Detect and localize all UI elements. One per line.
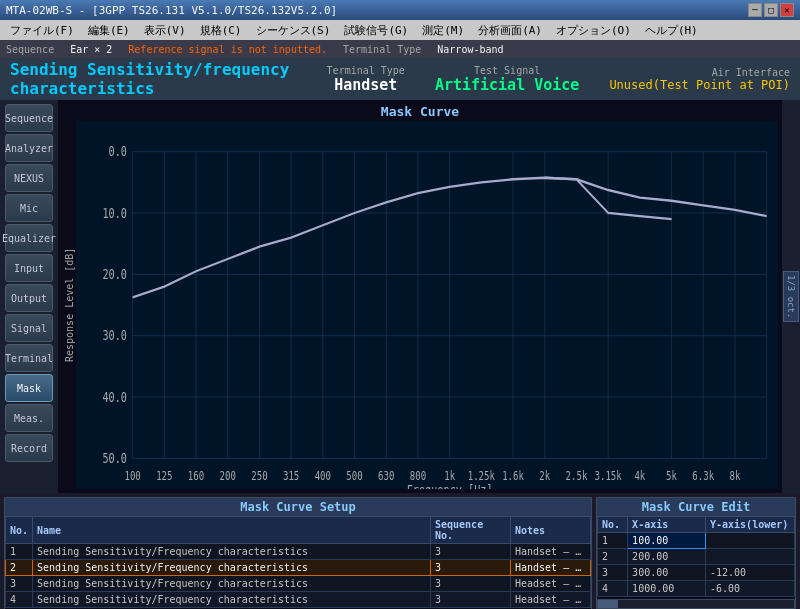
mask-edit-row-4[interactable]: 4 1000.00 -6.00 (598, 581, 795, 597)
svg-text:160: 160 (188, 468, 204, 483)
cell-seq: 3 (431, 576, 511, 592)
svg-text:3.15k: 3.15k (595, 468, 623, 483)
sidebar-item-output[interactable]: Output (5, 284, 53, 312)
svg-text:800: 800 (410, 468, 426, 483)
col-no: No. (6, 517, 33, 544)
mask-edit-scrollbar[interactable] (597, 599, 795, 609)
menu-item-編集E[interactable]: 編集(E) (82, 22, 136, 39)
edit-cell-no: 4 (598, 581, 628, 597)
mask-setup-row-3[interactable]: 3 Sending Sensitivity/Frequency characte… (6, 576, 591, 592)
mask-curve-setup: Mask Curve Setup No. Name Sequence No. N… (4, 497, 592, 609)
page-title: Sending Sensitivity/frequency characteri… (10, 60, 297, 98)
col-seq: Sequence No. (431, 517, 511, 544)
edit-cell-no: 3 (598, 565, 628, 581)
mask-setup-table: No. Name Sequence No. Notes 1 Sending Se… (5, 516, 591, 608)
sidebar: SequenceAnalyzerNEXUSMicEqualizerInputOu… (0, 100, 58, 493)
sidebar-item-record[interactable]: Record (5, 434, 53, 462)
svg-text:100: 100 (124, 468, 140, 483)
edit-cell-x: 300.00 (628, 565, 706, 581)
svg-text:630: 630 (378, 468, 394, 483)
mask-edit-row-2[interactable]: 2 200.00 (598, 549, 795, 565)
cell-name: Sending Sensitivity/Frequency characteri… (33, 592, 431, 608)
chart-container: Response Level [dB] (62, 121, 778, 489)
sidebar-item-nexus[interactable]: NEXUS (5, 164, 53, 192)
sidebar-item-mic[interactable]: Mic (5, 194, 53, 222)
menu-item-シーケンスS[interactable]: シーケンス(S) (250, 22, 337, 39)
svg-text:4k: 4k (634, 468, 645, 483)
test-signal-section: Test Signal Artificial Voice (435, 65, 580, 94)
sidebar-item-sequence[interactable]: Sequence (5, 104, 53, 132)
menubar: ファイル(F)編集(E)表示(V)規格(C)シーケンス(S)試験信号(G)測定(… (0, 20, 800, 40)
mask-edit-table: No. X-axis Y-axis(lower) 1 100.00 2 200.… (597, 516, 795, 597)
mask-setup-title: Mask Curve Setup (5, 498, 591, 516)
edit-cell-y (705, 533, 794, 549)
sidebar-item-equalizer[interactable]: Equalizer (5, 224, 53, 252)
edit-cell-x: 1000.00 (628, 581, 706, 597)
svg-text:250: 250 (251, 468, 267, 483)
edit-cell-no: 2 (598, 549, 628, 565)
mask-setup-row-4[interactable]: 4 Sending Sensitivity/Frequency characte… (6, 592, 591, 608)
edit-cell-y (705, 549, 794, 565)
svg-text:5k: 5k (666, 468, 677, 483)
edit-col-no: No. (598, 517, 628, 533)
sequence-value: Ear × 2 (70, 44, 112, 55)
cell-no: 2 (6, 560, 33, 576)
sidebar-item-signal[interactable]: Signal (5, 314, 53, 342)
cell-no: 1 (6, 544, 33, 560)
svg-text:0.0: 0.0 (109, 144, 127, 160)
maximize-button[interactable]: □ (764, 3, 778, 17)
col-name: Name (33, 517, 431, 544)
test-signal-value: Artificial Voice (435, 76, 580, 94)
edit-cell-x: 200.00 (628, 549, 706, 565)
bottom-data-area: Mask Curve Setup No. Name Sequence No. N… (0, 493, 800, 609)
menu-item-試験信号G[interactable]: 試験信号(G) (338, 22, 414, 39)
minimize-button[interactable]: ─ (748, 3, 762, 17)
sidebar-item-mask[interactable]: Mask (5, 374, 53, 402)
menu-item-オプションO[interactable]: オプション(O) (550, 22, 637, 39)
menu-item-表示V[interactable]: 表示(V) (138, 22, 192, 39)
svg-rect-0 (76, 121, 778, 489)
mask-setup-row-1[interactable]: 1 Sending Sensitivity/Frequency characte… (6, 544, 591, 560)
cell-notes: Handset – Narr (511, 560, 591, 576)
menu-item-測定M[interactable]: 測定(M) (416, 22, 470, 39)
svg-text:500: 500 (346, 468, 362, 483)
svg-text:30.0: 30.0 (102, 328, 127, 344)
cell-no: 3 (6, 576, 33, 592)
titlebar: MTA-02WB-S - [3GPP TS26.131 V5.1.0/TS26.… (0, 0, 800, 20)
infobar: Sequence Ear × 2 Reference signal is not… (0, 40, 800, 58)
close-button[interactable]: ✕ (780, 3, 794, 17)
mask-curve-edit: Mask Curve Edit No. X-axis Y-axis(lower)… (596, 497, 796, 609)
sidebar-item-terminal[interactable]: Terminal (5, 344, 53, 372)
svg-text:50.0: 50.0 (102, 450, 127, 466)
svg-text:40.0: 40.0 (102, 389, 127, 405)
svg-text:10.0: 10.0 (102, 205, 127, 221)
sidebar-item-analyzer[interactable]: Analyzer (5, 134, 53, 162)
svg-text:1.6k: 1.6k (502, 468, 524, 483)
menu-item-規格C[interactable]: 規格(C) (194, 22, 248, 39)
chart-svg: 0.0 10.0 20.0 30.0 40.0 50.0 100 125 160… (76, 121, 778, 489)
mask-edit-row-3[interactable]: 3 300.00 -12.00 (598, 565, 795, 581)
sidebar-item-meas[interactable]: Meas. (5, 404, 53, 432)
cell-notes: Headset – Narr (511, 592, 591, 608)
edit-cell-x: 100.00 (628, 533, 706, 549)
menu-item-ヘルプH[interactable]: ヘルプ(H) (639, 22, 704, 39)
terminal-value: Narrow-band (437, 44, 503, 55)
edit-cell-y: -12.00 (705, 565, 794, 581)
cell-name: Sending Sensitivity/Frequency characteri… (33, 544, 431, 560)
svg-text:315: 315 (283, 468, 299, 483)
oct-label[interactable]: 1/3 oct. (783, 271, 799, 322)
terminal-type-value: Handset (327, 76, 405, 94)
mask-setup-row-2[interactable]: 2 Sending Sensitivity/Frequency characte… (6, 560, 591, 576)
svg-text:1k: 1k (444, 468, 455, 483)
svg-text:Frequency [Hz]: Frequency [Hz] (407, 483, 493, 489)
header: Sending Sensitivity/frequency characteri… (0, 58, 800, 100)
edit-cell-no: 1 (598, 533, 628, 549)
svg-text:1.25k: 1.25k (468, 468, 496, 483)
sequence-label: Sequence (6, 44, 54, 55)
mask-edit-row-1[interactable]: 1 100.00 (598, 533, 795, 549)
col-notes: Notes (511, 517, 591, 544)
sidebar-item-input[interactable]: Input (5, 254, 53, 282)
menu-item-ファイルF[interactable]: ファイル(F) (4, 22, 80, 39)
terminal-type-section: Terminal Type Handset (327, 65, 405, 94)
menu-item-分析画面A[interactable]: 分析画面(A) (472, 22, 548, 39)
